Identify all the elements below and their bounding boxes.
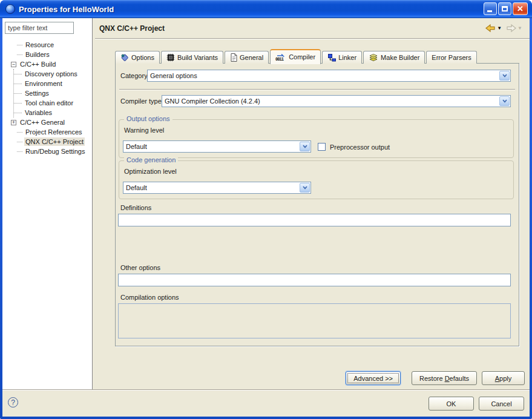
compilation-options-label: Compilation options bbox=[120, 294, 179, 301]
tab-build-variants[interactable]: Build Variants bbox=[161, 51, 223, 64]
cancel-button[interactable]: Cancel bbox=[479, 397, 524, 411]
dropdown-arrow-icon[interactable] bbox=[300, 183, 310, 193]
back-button[interactable]: ▼ bbox=[484, 23, 503, 33]
tab-general[interactable]: General bbox=[225, 51, 269, 64]
tab-label: Make Builder bbox=[381, 54, 419, 61]
forward-arrow-icon bbox=[505, 24, 517, 33]
tab-error-parsers[interactable]: Error Parsers bbox=[426, 51, 476, 64]
properties-dialog: Properties for HelloWorld ✕ Resource Bui… bbox=[0, 0, 532, 419]
tab-compiler[interactable]: 0011 Compiler bbox=[270, 49, 321, 64]
properties-tree: Resource Builders C/C++ Build Discovery … bbox=[2, 40, 92, 156]
category-separator bbox=[119, 89, 515, 90]
tab-linker[interactable]: Linker bbox=[322, 51, 362, 64]
close-button[interactable]: ✕ bbox=[513, 2, 528, 15]
code-generation-group: Code generation Optimization level Defau… bbox=[119, 160, 514, 199]
optimization-level-combobox[interactable]: Default bbox=[123, 182, 311, 194]
collapse-icon[interactable] bbox=[11, 62, 16, 67]
preprocessor-output-label: Preprocessor output bbox=[330, 144, 390, 151]
tree-connector bbox=[14, 103, 22, 104]
output-options-title: Output options bbox=[124, 115, 172, 122]
maximize-icon bbox=[502, 6, 508, 12]
advanced-button[interactable]: Advanced >> bbox=[346, 371, 401, 385]
tab-label: Linker bbox=[338, 54, 356, 61]
close-icon: ✕ bbox=[513, 3, 527, 15]
titlebar[interactable]: Properties for HelloWorld ✕ bbox=[0, 0, 532, 18]
ok-button[interactable]: OK bbox=[429, 397, 474, 411]
footer: ? OK Cancel bbox=[2, 391, 530, 417]
definitions-input[interactable] bbox=[118, 214, 511, 226]
category-label: Category bbox=[120, 72, 148, 79]
tab-label: Compiler bbox=[289, 53, 315, 61]
other-options-label: Other options bbox=[120, 264, 160, 271]
minimize-icon bbox=[487, 10, 492, 12]
linker-icon bbox=[327, 53, 336, 62]
chip-icon bbox=[166, 53, 175, 62]
tree-connector bbox=[17, 142, 22, 142]
tree-item-resource[interactable]: Resource bbox=[2, 40, 92, 50]
options-icon bbox=[120, 53, 129, 62]
layers-icon bbox=[369, 53, 378, 62]
tab-label: Error Parsers bbox=[432, 54, 471, 61]
back-arrow-icon bbox=[485, 24, 496, 33]
tree-item-environment[interactable]: Environment bbox=[14, 79, 92, 88]
optimization-level-value: Default bbox=[123, 184, 299, 191]
tree-connector bbox=[14, 113, 22, 113]
warning-level-combobox[interactable]: Default bbox=[123, 140, 311, 153]
compiler-icon: 0011 bbox=[275, 53, 286, 61]
tree-item-cc-build[interactable]: C/C++ Build bbox=[2, 59, 92, 69]
tree-item-project-references[interactable]: Project References bbox=[2, 127, 92, 137]
tree-connector bbox=[14, 74, 22, 74]
tree-connector bbox=[17, 45, 22, 45]
tree-item-variables[interactable]: Variables bbox=[14, 108, 92, 117]
tab-label: General bbox=[240, 54, 263, 61]
optimization-level-label: Optimization level bbox=[124, 168, 177, 175]
header-separator bbox=[95, 38, 530, 39]
tab-bar: Options Build Variants General bbox=[115, 48, 519, 64]
back-menu-caret-icon[interactable]: ▼ bbox=[497, 25, 502, 31]
tree-item-qnx-cc-project[interactable]: QNX C/C++ Project bbox=[2, 137, 92, 147]
preprocessor-output-checkbox[interactable] bbox=[318, 143, 326, 151]
tab-folder: Options Build Variants General bbox=[115, 48, 519, 346]
help-button[interactable]: ? bbox=[8, 397, 18, 407]
tree-connector bbox=[14, 84, 22, 84]
dropdown-arrow-icon[interactable] bbox=[300, 142, 310, 151]
tree-item-builders[interactable]: Builders bbox=[2, 50, 92, 59]
category-combobox[interactable]: General options bbox=[147, 70, 511, 82]
help-icon: ? bbox=[11, 398, 15, 407]
tree-item-cc-general[interactable]: C/C++ General bbox=[2, 117, 92, 127]
app-icon bbox=[5, 4, 15, 14]
document-icon bbox=[230, 53, 237, 62]
tab-make-builder[interactable]: Make Builder bbox=[363, 51, 425, 64]
tree-item-discovery-options[interactable]: Discovery options bbox=[14, 69, 92, 79]
window-title: Properties for HelloWorld bbox=[19, 5, 114, 14]
output-options-group: Output options Warning level Default Pre… bbox=[119, 119, 514, 158]
filter-input[interactable] bbox=[5, 22, 74, 34]
warning-level-label: Warning level bbox=[124, 127, 164, 134]
dialog-client-area: Resource Builders C/C++ Build Discovery … bbox=[2, 18, 530, 417]
expand-icon[interactable] bbox=[11, 120, 16, 125]
page-actions: Advanced >> Restore Defaults Apply bbox=[346, 371, 525, 385]
compiler-type-combobox[interactable]: GNU Compiler Collection (4.2.4) bbox=[162, 95, 511, 107]
dropdown-arrow-icon[interactable] bbox=[499, 96, 510, 106]
page-title: QNX C/C++ Project bbox=[99, 24, 165, 33]
tree-item-run-debug-settings[interactable]: Run/Debug Settings bbox=[2, 147, 92, 156]
tab-options[interactable]: Options bbox=[115, 51, 160, 64]
tree-item-tool-chain-editor[interactable]: Tool chain editor bbox=[14, 98, 92, 108]
warning-level-value: Default bbox=[123, 143, 299, 150]
other-options-input[interactable] bbox=[118, 274, 511, 286]
forward-button[interactable]: ▼ bbox=[504, 23, 524, 33]
apply-button[interactable]: Apply bbox=[482, 371, 525, 385]
tree-connector bbox=[14, 93, 22, 94]
dropdown-arrow-icon[interactable] bbox=[499, 71, 510, 81]
maximize-button[interactable] bbox=[498, 2, 511, 15]
restore-defaults-button[interactable]: Restore Defaults bbox=[412, 371, 477, 385]
sidebar: Resource Builders C/C++ Build Discovery … bbox=[2, 18, 92, 389]
tab-label: Build Variants bbox=[177, 54, 218, 61]
compiler-type-value: GNU Compiler Collection (4.2.4) bbox=[162, 97, 499, 105]
tree-item-settings[interactable]: Settings bbox=[14, 88, 92, 98]
forward-menu-caret-icon: ▼ bbox=[517, 25, 522, 31]
compilation-options-textarea bbox=[118, 303, 511, 338]
history-nav: ▼ ▼ bbox=[484, 23, 524, 33]
code-generation-title: Code generation bbox=[124, 156, 178, 163]
minimize-button[interactable] bbox=[484, 2, 497, 15]
